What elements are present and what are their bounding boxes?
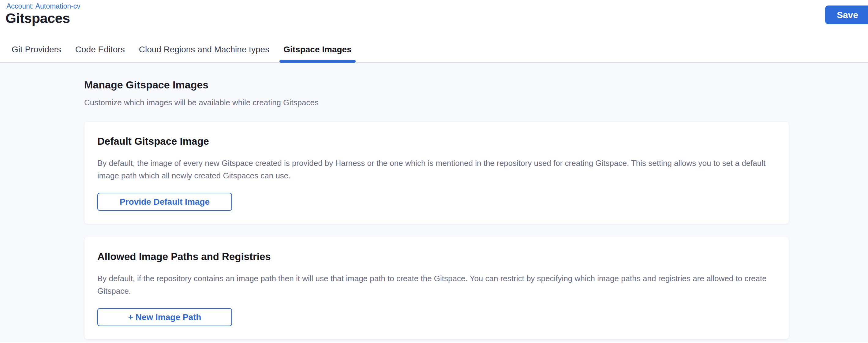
section-heading: Manage Gitspace Images <box>84 79 789 91</box>
tab-git-providers[interactable]: Git Providers <box>12 37 61 62</box>
tab-code-editors[interactable]: Code Editors <box>75 37 125 62</box>
card-description-allowed-paths: By default, if the repository contains a… <box>97 272 774 298</box>
settings-tabbar: Git Providers Code Editors Cloud Regions… <box>0 37 868 63</box>
active-tab-indicator <box>279 60 355 63</box>
page-title: Gitspaces <box>5 10 70 26</box>
save-button[interactable]: Save <box>825 5 868 24</box>
page-header: Account: Automation-cv Gitspaces Save <box>0 0 868 37</box>
tab-gitspace-images-label: Gitspace Images <box>283 45 352 55</box>
section-subheading: Customize which images will be available… <box>84 98 789 107</box>
provide-default-image-button[interactable]: Provide Default Image <box>97 193 232 211</box>
tab-gitspace-images[interactable]: Gitspace Images <box>283 37 352 62</box>
default-gitspace-image-card: Default Gitspace Image By default, the i… <box>84 122 789 224</box>
new-image-path-button[interactable]: + New Image Path <box>97 308 232 326</box>
gitspaces-settings-page: Account: Automation-cv Gitspaces Save Gi… <box>0 0 868 343</box>
card-title-default-image: Default Gitspace Image <box>97 135 776 148</box>
card-description-default-image: By default, the image of every new Gitsp… <box>97 157 774 182</box>
card-title-allowed-paths: Allowed Image Paths and Registries <box>97 251 776 263</box>
account-breadcrumb-link[interactable]: Account: Automation-cv <box>6 2 81 10</box>
allowed-image-paths-card: Allowed Image Paths and Registries By de… <box>84 237 789 339</box>
content-area: Manage Gitspace Images Customize which i… <box>0 63 868 342</box>
tab-cloud-regions-and-machine-types[interactable]: Cloud Regions and Machine types <box>139 37 269 62</box>
